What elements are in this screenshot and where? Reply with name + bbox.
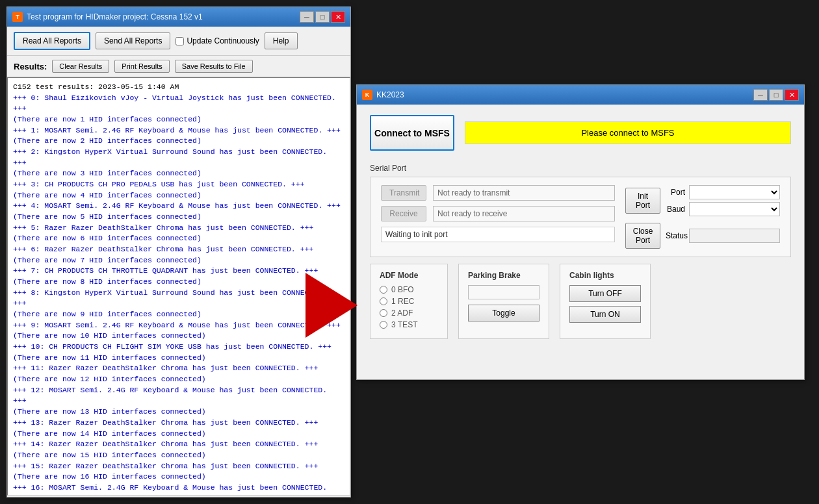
adf-mode-title: ADF Mode: [380, 271, 438, 280]
output-line: +++ 4: MOSART Semi. 2.4G RF Keyboard & M…: [13, 201, 344, 212]
output-line: (There are now 5 HID interfaces connecte…: [13, 212, 344, 223]
output-line: (There are now 6 HID interfaces connecte…: [13, 233, 344, 244]
output-line: +++ 6: Razer Razer DeathStalker Chroma h…: [13, 244, 344, 255]
adf-radio-3[interactable]: [380, 321, 387, 329]
status-input: [689, 229, 780, 243]
title-bar-1: T Test program for HIDmaker project: Ces…: [7, 7, 350, 27]
output-line: (There are now 16 HID interfaces connect…: [13, 472, 344, 483]
adf-option-0[interactable]: 0 BFO: [380, 285, 438, 294]
parking-brake-title: Parking Brake: [468, 271, 540, 280]
output-line: +++ 16: MOSART Semi. 2.4G RF Keyboard & …: [13, 483, 344, 496]
serial-port-label: Serial Port: [370, 164, 791, 173]
parking-brake-panel: Parking Brake Toggle: [458, 264, 549, 339]
init-port-button[interactable]: Init Port: [625, 188, 660, 214]
receive-button: Receive: [381, 206, 426, 221]
adf-label-0: 0 BFO: [391, 285, 414, 294]
port-baud-col: Port Baud: [666, 185, 780, 216]
output-line: +++ 3: CH PRODUCTS CH PRO PEDALS USB has…: [13, 179, 344, 190]
title-controls-2: ─ □ ✕: [753, 89, 799, 101]
title-bar-2: K KK2023 ─ □ ✕: [357, 85, 804, 105]
arrow-container: [306, 273, 358, 338]
output-line: (There are now 12 HID interfaces connect…: [13, 374, 344, 385]
msfs-status-display: Please connect to MSFS: [465, 121, 791, 144]
adf-option-2[interactable]: 2 ADF: [380, 309, 438, 318]
app-icon-2: K: [362, 90, 372, 100]
turn-off-button[interactable]: Turn OFF: [569, 285, 641, 302]
output-line: (There are now 10 HID interfaces connect…: [13, 331, 344, 342]
minimize-button-1[interactable]: ─: [300, 11, 314, 23]
save-results-button[interactable]: Save Results to File: [175, 60, 253, 73]
update-continuously-label[interactable]: Update Continuously: [176, 36, 259, 45]
print-results-button[interactable]: Print Results: [114, 60, 169, 73]
output-line: C152 test results: 2023-05-15 1:40 AM: [13, 82, 344, 93]
close-button-1[interactable]: ✕: [331, 11, 345, 23]
connect-section: Connect to MSFS Please connect to MSFS: [370, 115, 791, 151]
output-line: +++ 1: MOSART Semi. 2.4G RF Keyboard & M…: [13, 125, 344, 136]
output-line: +++ 2: Kingston HyperX Virtual Surround …: [13, 147, 344, 168]
receive-status-input: [433, 206, 615, 221]
init-port-row: Init Port Port Baud: [625, 185, 780, 216]
output-line: +++ 9: MOSART Semi. 2.4G RF Keyboard & M…: [13, 320, 344, 331]
arrow-icon: [306, 273, 358, 338]
output-line: +++ 11: Razer Razer DeathStalker Chroma …: [13, 363, 344, 374]
output-line: +++ 15: Razer Razer DeathStalker Chroma …: [13, 461, 344, 472]
baud-select[interactable]: [689, 202, 780, 216]
adf-option-3[interactable]: 3 TEST: [380, 320, 438, 329]
title-bar-left-1: T Test program for HIDmaker project: Ces…: [12, 12, 203, 22]
output-line: +++ 10: CH PRODUCTS CH FLIGHT SIM YOKE U…: [13, 342, 344, 353]
window2: K KK2023 ─ □ ✕ Connect to MSFS Please co…: [356, 84, 805, 380]
adf-label-2: 2 ADF: [391, 309, 413, 318]
output-line: (There are now 8 HID interfaces connecte…: [13, 277, 344, 288]
waiting-row: Waiting to init port: [381, 227, 615, 242]
toolbar-1: Read All Reports Send All Reports Update…: [7, 27, 350, 56]
output-line: (There are now 13 HID interfaces connect…: [13, 407, 344, 418]
close-port-button[interactable]: Close Port: [625, 223, 660, 249]
adf-radio-2[interactable]: [380, 309, 387, 317]
waiting-text-display: Waiting to init port: [381, 227, 615, 242]
output-line: +++ 14: Razer Razer DeathStalker Chroma …: [13, 439, 344, 450]
turn-on-button[interactable]: Turn ON: [569, 306, 641, 323]
clear-results-button[interactable]: Clear Results: [52, 60, 109, 73]
minimize-button-2[interactable]: ─: [753, 89, 768, 101]
output-line: (There are now 2 HID interfaces connecte…: [13, 136, 344, 147]
port-select[interactable]: [689, 185, 780, 199]
close-port-row: Close Port Status: [625, 223, 780, 249]
window1-title: Test program for HIDmaker project: Cessn…: [27, 12, 203, 21]
output-line: (There are now 15 HID interfaces connect…: [13, 450, 344, 461]
lower-panels: ADF Mode 0 BFO 1 REC 2 ADF 3 TEST: [370, 264, 791, 339]
status-label: Status: [666, 231, 685, 240]
transmit-row: Transmit: [381, 185, 615, 201]
status-row: Status: [666, 229, 780, 243]
serial-inputs-col: Transmit Receive Waiting to init port: [381, 185, 615, 242]
adf-option-1[interactable]: 1 REC: [380, 297, 438, 306]
results-label: Results:: [14, 62, 47, 71]
output-line: +++ 0: Shaul Eizikovich vJoy - Virtual J…: [13, 93, 344, 114]
close-button-2[interactable]: ✕: [785, 89, 799, 101]
results-bar: Results: Clear Results Print Results Sav…: [7, 56, 350, 77]
connect-msfs-button[interactable]: Connect to MSFS: [370, 115, 454, 151]
adf-radio-1[interactable]: [380, 297, 387, 305]
output-line: +++ 12: MOSART Semi. 2.4G RF Keyboard & …: [13, 385, 344, 407]
output-line: (There are now 14 HID interfaces connect…: [13, 429, 344, 440]
output-line: (There are now 11 HID interfaces connect…: [13, 353, 344, 364]
maximize-button-1[interactable]: □: [315, 11, 330, 23]
app-icon-1: T: [12, 12, 23, 22]
port-controls-col: Init Port Port Baud: [625, 185, 780, 249]
output-line: (There are now 9 HID interfaces connecte…: [13, 309, 344, 320]
adf-radio-0[interactable]: [380, 286, 387, 294]
title-controls-1: ─ □ ✕: [300, 11, 345, 23]
parking-brake-input[interactable]: [468, 285, 540, 299]
adf-label-1: 1 REC: [391, 297, 414, 306]
help-button[interactable]: Help: [265, 32, 298, 49]
output-area[interactable]: C152 test results: 2023-05-15 1:40 AM+++…: [7, 77, 350, 496]
window1: T Test program for HIDmaker project: Ces…: [6, 6, 351, 498]
receive-row: Receive: [381, 206, 615, 221]
toggle-button[interactable]: Toggle: [468, 305, 540, 321]
send-all-reports-button[interactable]: Send All Reports: [96, 32, 170, 49]
maximize-button-2[interactable]: □: [769, 89, 783, 101]
read-all-reports-button[interactable]: Read All Reports: [14, 32, 90, 50]
adf-label-3: 3 TEST: [391, 320, 417, 329]
output-line: +++ 7: CH PRODUCTS CH THROTTLE QUADRANT …: [13, 266, 344, 277]
port-row: Port: [666, 185, 780, 199]
update-continuously-checkbox[interactable]: [176, 37, 184, 45]
